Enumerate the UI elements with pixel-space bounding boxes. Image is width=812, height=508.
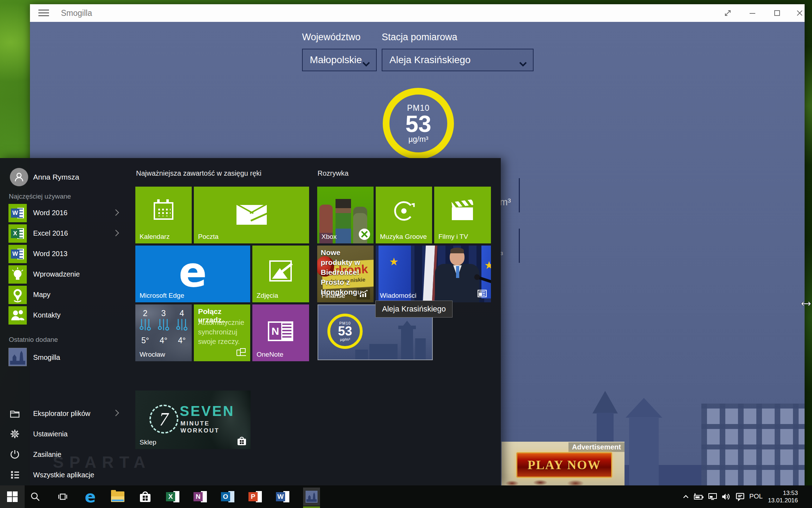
castle-art (355, 321, 426, 359)
tile-weather[interactable]: 2 5° 3 4° 4 4° Wrocław (135, 304, 192, 361)
province-dropdown[interactable]: Małopolskie (302, 49, 377, 71)
play-now-button[interactable]: PLAY NOW (516, 452, 612, 478)
tile-news[interactable]: ★ ★ Wiadomości (376, 246, 491, 302)
menu-item-file-explorer[interactable]: Eksplorator plików (0, 405, 127, 422)
hidden-reading-unit-fragment: ³ (500, 250, 503, 259)
close-button[interactable] (790, 7, 810, 19)
taskbar-file-explorer-button[interactable] (109, 485, 126, 508)
minimize-button[interactable] (743, 7, 762, 19)
tile-photos[interactable]: Zdjęcia (252, 246, 309, 302)
speaker-figure-art (450, 249, 465, 265)
taskbar-powerpoint-button[interactable]: P (247, 485, 264, 508)
menu-item-excel-2016[interactable]: X Excel 2016 (0, 224, 127, 243)
advertisement-banner[interactable]: Advertisement PLAY NOW (502, 442, 625, 485)
castle-roof-art (626, 398, 662, 418)
province-label: Województwo (302, 32, 361, 43)
tile-finance[interactable]: iedronk odzienne niskie Nowe produkty w … (317, 246, 374, 302)
word-icon: W (8, 245, 27, 263)
pm10-mini-gauge: PM10 53 µg/m³ (327, 314, 363, 349)
tile-onenote[interactable]: N OneNote (252, 304, 309, 361)
taskbar-word-button[interactable]: W (274, 485, 291, 508)
network-icon[interactable] (707, 491, 718, 502)
user-name[interactable]: Anna Rymsza (33, 173, 79, 181)
chevron-right-icon (112, 230, 119, 236)
taskbar-outlook-button[interactable]: O (219, 485, 236, 508)
tooltip: Aleja Krasińskiego (375, 301, 453, 318)
reading-divider (519, 229, 520, 263)
map-pin-icon (8, 286, 27, 304)
smogilla-thumbnail-icon (8, 348, 27, 366)
seven-logo-icon: 7 (149, 405, 178, 434)
menu-item-get-started[interactable]: Wprowadzenie (0, 265, 127, 284)
onenote-icon: N (193, 490, 207, 503)
section-header-recently-added: Ostatnio dodane (9, 336, 58, 344)
app-title: Smogilla (61, 8, 92, 18)
calendar-icon (154, 202, 173, 220)
store-bag-icon (140, 491, 150, 502)
taskbar-smogilla-button[interactable] (303, 488, 320, 506)
tile-groove-music[interactable]: Muzyka Groove (376, 187, 432, 243)
tile-group-header-1: Najważniejsza zawartość w zasięgu ręki (136, 169, 262, 177)
mail-envelope-icon (236, 205, 267, 225)
tile-movies-tv[interactable]: Filmy i TV (434, 187, 491, 243)
folder-icon (9, 408, 20, 419)
pm10-gauge: PM10 53 µg/m³ (383, 88, 454, 159)
menu-item-word-2016[interactable]: W Word 2016 (0, 203, 127, 223)
photos-icon (269, 260, 292, 282)
menu-item-smogilla[interactable]: Smogilla (0, 348, 127, 368)
hidden-reading-unit-fragment: m³ (500, 197, 511, 208)
menu-item-word-2013[interactable]: W Word 2013 (0, 244, 127, 264)
people-icon (8, 306, 27, 325)
taskbar-store-button[interactable] (137, 485, 154, 508)
menu-item-all-apps[interactable]: Wszystkie aplikacje (0, 466, 127, 483)
outlook-icon: O (221, 490, 235, 503)
onenote-icon: N (268, 321, 293, 341)
battery-icon[interactable] (693, 491, 704, 502)
menu-item-power[interactable]: Zasilanie (0, 446, 127, 463)
avatar-figure-art (336, 199, 351, 243)
start-button[interactable] (0, 485, 25, 508)
menu-item-maps[interactable]: Mapy (0, 285, 127, 305)
tile-mail[interactable]: Poczta (194, 187, 309, 243)
start-menu: SPARTA Anna Rymsza Najczęściej używane W… (0, 158, 501, 485)
tray-show-hidden-icons-button[interactable] (680, 491, 691, 502)
chevron-down-icon (362, 58, 370, 69)
rain-icon (176, 318, 187, 334)
windows-logo-icon (7, 491, 18, 502)
folder-icon (111, 491, 124, 502)
clapperboard-icon (452, 201, 473, 220)
volume-icon[interactable] (720, 491, 732, 502)
tile-calendar[interactable]: Kalendarz (135, 187, 192, 243)
castle-spire-art (592, 391, 618, 413)
maximize-button[interactable] (767, 7, 787, 19)
menu-item-contacts[interactable]: Kontakty (0, 306, 127, 325)
mouse-cursor (801, 301, 811, 308)
lightbulb-icon (8, 265, 27, 284)
pm10-unit: µg/m³ (408, 135, 429, 144)
excel-icon: X (166, 490, 180, 503)
station-dropdown[interactable]: Aleja Krasińskiego (382, 49, 534, 71)
task-view-button[interactable] (54, 485, 71, 508)
all-apps-list-icon (9, 469, 20, 480)
user-avatar[interactable] (10, 168, 28, 186)
action-center-icon[interactable] (734, 491, 746, 502)
xbox-sphere-icon (358, 228, 371, 242)
chevron-right-icon (112, 209, 119, 216)
hamburger-menu-icon[interactable] (38, 10, 49, 17)
tile-store[interactable]: 7 SEVEN MINUTE WORKOUT Sklep (135, 391, 251, 449)
active-app-indicator (303, 507, 320, 508)
news-icon (477, 289, 487, 300)
expand-window-button[interactable] (718, 7, 738, 19)
province-value: Małopolskie (310, 54, 362, 66)
tile-xbox[interactable]: Xbox (317, 187, 374, 243)
store-bag-icon (236, 436, 247, 446)
taskbar-edge-button[interactable]: e (82, 485, 99, 508)
tray-date: 13.01.2016 (752, 497, 798, 504)
taskbar-clock[interactable]: 13:53 13.01.2016 (752, 489, 798, 504)
tile-microsoft-edge[interactable]: e Microsoft Edge (135, 246, 250, 302)
taskbar-onenote-button[interactable]: N (192, 485, 209, 508)
taskbar-excel-button[interactable]: X (164, 485, 181, 508)
menu-item-settings[interactable]: Ustawienia (0, 425, 127, 442)
taskbar-search-button[interactable] (27, 485, 44, 508)
tile-connect-devices[interactable]: Połącz urządz... Automatycznie synchroni… (194, 304, 250, 361)
